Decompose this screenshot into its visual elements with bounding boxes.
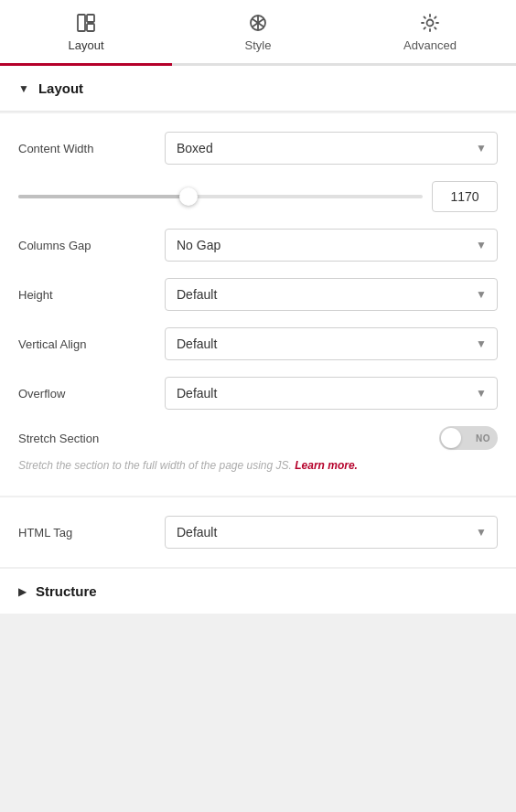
vertical-align-control: Default Top Middle Bottom ▼ [165, 327, 498, 360]
stretch-hint-text: Stretch the section to the full width of… [18, 459, 292, 472]
tab-style-label: Style [245, 38, 272, 52]
height-select-wrapper: Default Fit To Screen Min Height ▼ [165, 278, 498, 311]
columns-gap-select[interactable]: No Gap Narrow Default Extended Wide Wide… [165, 229, 498, 262]
advanced-icon [420, 13, 440, 33]
style-icon [248, 13, 268, 33]
html-tag-row: HTML Tag Default section article div hea… [18, 516, 498, 549]
tab-layout[interactable]: Layout [0, 0, 172, 63]
html-tag-select-wrapper: Default section article div header foote… [165, 516, 498, 549]
svg-rect-2 [87, 24, 94, 31]
stretch-section-label: Stretch Section [18, 432, 439, 445]
overflow-select-wrapper: Default Hidden ▼ [165, 377, 498, 410]
toggle-no-text: NO [476, 433, 490, 443]
vertical-align-label: Vertical Align [18, 337, 165, 351]
content-width-row: Content Width Boxed Full Width ▼ [18, 132, 498, 165]
stretch-section-toggle[interactable]: NO [439, 426, 498, 450]
columns-gap-control: No Gap Narrow Default Extended Wide Wide… [165, 229, 498, 262]
tab-style[interactable]: Style [172, 0, 344, 63]
tab-advanced[interactable]: Advanced [344, 0, 516, 63]
columns-gap-row: Columns Gap No Gap Narrow Default Extend… [18, 229, 498, 262]
html-tag-block: HTML Tag Default section article div hea… [0, 497, 516, 567]
learn-more-link[interactable]: Learn more. [295, 459, 358, 472]
overflow-control: Default Hidden ▼ [165, 377, 498, 410]
layout-icon [76, 13, 96, 33]
overflow-select[interactable]: Default Hidden [165, 377, 498, 410]
svg-rect-1 [87, 15, 94, 22]
tab-advanced-label: Advanced [403, 38, 457, 52]
svg-rect-0 [78, 15, 85, 31]
structure-expand-arrow: ▶ [18, 585, 27, 598]
width-slider-row [18, 181, 498, 212]
columns-gap-label: Columns Gap [18, 239, 165, 252]
width-slider-track[interactable] [18, 195, 423, 198]
layout-section-title: Layout [38, 80, 83, 96]
tab-layout-label: Layout [68, 38, 103, 52]
html-tag-control: Default section article div header foote… [165, 516, 498, 549]
content-width-label: Content Width [18, 142, 165, 155]
toggle-knob [441, 428, 461, 448]
html-tag-label: HTML Tag [18, 526, 165, 540]
width-slider-fill [18, 195, 188, 198]
height-label: Height [18, 288, 165, 302]
layout-content-block: Content Width Boxed Full Width ▼ Columns… [0, 113, 516, 496]
svg-point-4 [427, 20, 434, 27]
layout-collapse-arrow: ▼ [18, 82, 29, 95]
tab-bar: Layout Style Advanced [0, 0, 516, 66]
content-width-select-wrapper: Boxed Full Width ▼ [165, 132, 498, 165]
width-slider-thumb[interactable] [179, 187, 198, 206]
width-value-input[interactable] [432, 181, 498, 212]
height-select[interactable]: Default Fit To Screen Min Height [165, 278, 498, 311]
structure-section-title: Structure [36, 583, 97, 599]
overflow-row: Overflow Default Hidden ▼ [18, 377, 498, 410]
vertical-align-select-wrapper: Default Top Middle Bottom ▼ [165, 327, 498, 360]
structure-section-header[interactable]: ▶ Structure [18, 583, 498, 599]
height-row: Height Default Fit To Screen Min Height … [18, 278, 498, 311]
stretch-section-hint: Stretch the section to the full width of… [18, 457, 498, 474]
html-tag-select[interactable]: Default section article div header foote… [165, 516, 498, 549]
overflow-label: Overflow [18, 387, 165, 401]
content-width-select[interactable]: Boxed Full Width [165, 132, 498, 165]
structure-section[interactable]: ▶ Structure [0, 569, 516, 614]
content-width-control: Boxed Full Width ▼ [165, 132, 498, 165]
vertical-align-row: Vertical Align Default Top Middle Bottom… [18, 327, 498, 360]
stretch-section-row: Stretch Section NO [18, 426, 498, 450]
columns-gap-select-wrapper: No Gap Narrow Default Extended Wide Wide… [165, 229, 498, 262]
height-control: Default Fit To Screen Min Height ▼ [165, 278, 498, 311]
layout-section-header[interactable]: ▼ Layout [0, 66, 516, 112]
vertical-align-select[interactable]: Default Top Middle Bottom [165, 327, 498, 360]
